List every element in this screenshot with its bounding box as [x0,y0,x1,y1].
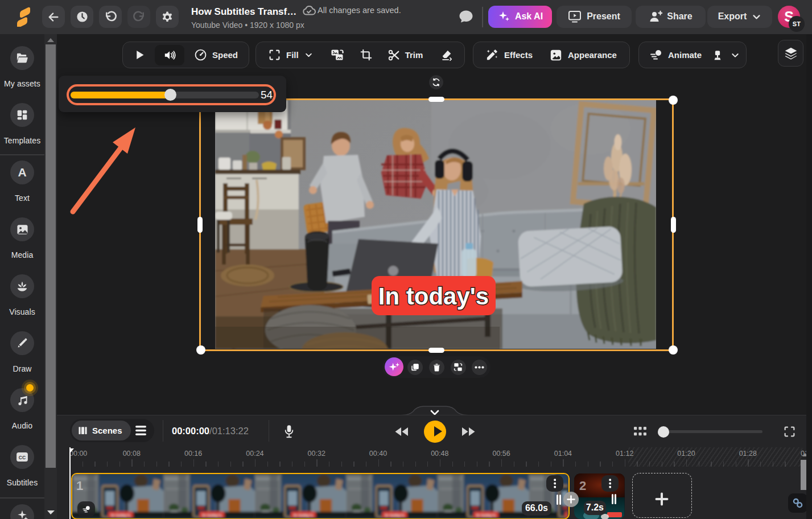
svg-text:CC: CC [19,455,26,460]
